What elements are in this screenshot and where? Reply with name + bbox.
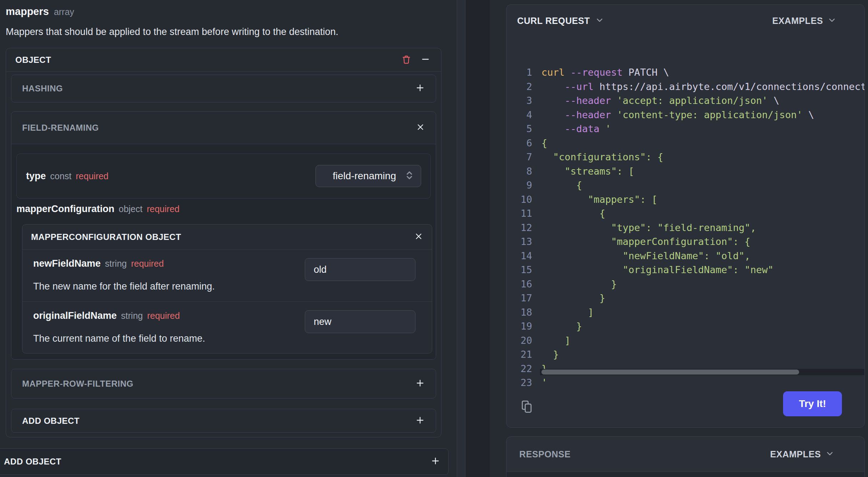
line-number: 18 (514, 305, 532, 320)
curl-request-dropdown[interactable]: CURL REQUEST (517, 15, 604, 26)
copy-icon (520, 410, 533, 415)
original-field-name-row: originalFieldName string required The cu… (22, 301, 432, 353)
section-mapper-row-filtering[interactable]: MAPPER-ROW-FILTERING (11, 369, 436, 398)
property-heading: mappers array (6, 6, 457, 18)
response-body (506, 472, 864, 477)
trash-icon (401, 54, 412, 66)
chevron-down-icon (825, 449, 834, 460)
examples-label: EXAMPLES (772, 16, 823, 26)
collapse-object-button[interactable] (419, 54, 432, 66)
property-name: mappers (6, 6, 49, 17)
field-description: The current name of the field to rename. (33, 332, 421, 345)
response-examples-dropdown[interactable]: EXAMPLES (770, 449, 834, 460)
type-select-value: field-renaming (325, 170, 404, 182)
new-field-name-input[interactable] (305, 258, 415, 281)
line-number: 21 (514, 347, 532, 362)
curl-examples-dropdown[interactable]: EXAMPLES (772, 15, 837, 26)
field-kind: const (50, 171, 72, 181)
code-line: 14 "newFieldName": "old", (514, 249, 864, 263)
schema-column: mappers array Mappers that should be app… (0, 0, 457, 477)
code-line: 13 "mapperConfiguration": { (514, 235, 864, 249)
line-number: 15 (514, 263, 532, 277)
examples-label: EXAMPLES (770, 449, 821, 460)
line-number: 16 (514, 277, 532, 291)
plus-icon (415, 415, 425, 427)
field-kind: string (105, 258, 127, 269)
mapper-configuration-declaration: mapperConfiguration object required (16, 204, 431, 216)
section-mapper-row-filtering-label: MAPPER-ROW-FILTERING (22, 379, 133, 389)
code-line: 6{ (514, 136, 864, 150)
response-title: RESPONSE (519, 449, 571, 460)
field-name: newFieldName (33, 258, 101, 269)
code-line: 1curl --request PATCH \ (514, 65, 864, 80)
code-line: 10 "mappers": [ (514, 192, 864, 207)
line-number: 10 (514, 192, 532, 207)
left-column-scrollbar-track[interactable] (457, 0, 465, 477)
code-line: 20 ] (514, 333, 864, 348)
line-number: 7 (514, 150, 532, 164)
line-number: 6 (514, 136, 532, 150)
new-field-name-row: newFieldName string required The new nam… (22, 250, 432, 301)
close-icon[interactable] (414, 232, 423, 242)
curl-request-title: CURL REQUEST (517, 16, 590, 26)
line-number: 12 (514, 221, 532, 235)
code-line: 17 } (514, 291, 864, 305)
object-card: OBJECT (6, 48, 441, 437)
field-renaming-label: FIELD-RENAMING (22, 123, 99, 133)
required-badge: required (131, 258, 164, 269)
add-object-button-outer[interactable]: ADD OBJECT (0, 448, 449, 475)
copy-code-button[interactable] (520, 400, 533, 415)
type-select[interactable]: field-renaming (316, 165, 421, 187)
curl-footer: Try It! (506, 383, 864, 428)
code-line: 21 } (514, 347, 864, 362)
code-line: 12 "type": "field-renaming", (514, 221, 864, 235)
code-lines: 1curl --request PATCH \2 --url https://a… (514, 65, 864, 390)
property-type: array (54, 7, 74, 17)
code-horizontal-scrollbar[interactable] (540, 369, 864, 375)
minus-icon (420, 54, 430, 65)
code-line: 3 --header 'accept: application/json' \ (514, 94, 864, 108)
response-header: RESPONSE EXAMPLES (506, 437, 864, 472)
field-name: originalFieldName (33, 310, 117, 321)
line-number: 4 (514, 108, 532, 122)
line-number: 1 (514, 65, 532, 80)
chevron-down-icon (595, 15, 604, 26)
plus-icon[interactable] (415, 378, 425, 390)
line-number: 9 (514, 178, 532, 192)
try-it-button[interactable]: Try It! (783, 391, 842, 416)
code-line: 18 ] (514, 305, 864, 320)
curl-request-header: CURL REQUEST EXAMPLES (506, 5, 864, 37)
line-number: 14 (514, 249, 532, 263)
section-hashing-label: HASHING (22, 84, 63, 94)
field-description: The new name for the field after renamin… (33, 280, 421, 292)
curl-request-panel: CURL REQUEST EXAMPLES 1curl --request PA… (506, 4, 865, 428)
plus-icon (430, 456, 440, 467)
line-number: 8 (514, 164, 532, 179)
add-object-label: ADD OBJECT (22, 416, 80, 426)
plus-icon[interactable] (415, 83, 425, 94)
object-card-header: OBJECT (6, 48, 441, 72)
section-field-renaming: FIELD-RENAMING type const required (11, 111, 436, 360)
field-kind: object (119, 204, 143, 214)
code-line: 16 } (514, 277, 864, 291)
line-number: 20 (514, 333, 532, 348)
original-field-name-input[interactable] (305, 310, 415, 333)
type-field-row: type const required field-renaming (16, 154, 431, 199)
delete-object-button[interactable] (400, 54, 413, 66)
close-icon[interactable] (416, 122, 425, 133)
field-kind: string (121, 311, 143, 321)
add-object-button-inner[interactable]: ADD OBJECT (11, 409, 436, 433)
code-line: 11 { (514, 206, 864, 221)
line-number: 13 (514, 235, 532, 249)
object-card-title: OBJECT (15, 55, 51, 65)
column-gutter (465, 0, 490, 477)
field-name: type (26, 171, 46, 182)
field-renaming-header[interactable]: FIELD-RENAMING (11, 112, 436, 144)
code-line: 9 { (514, 178, 864, 192)
section-hashing[interactable]: HASHING (11, 75, 436, 102)
scrollbar-thumb[interactable] (541, 370, 799, 375)
mapper-configuration-panel: MAPPERCONFIGURATION OBJECT newFieldName … (22, 224, 432, 353)
property-description: Mappers that should be applied to the st… (6, 26, 457, 38)
line-number: 3 (514, 94, 532, 108)
required-badge: required (76, 171, 108, 181)
